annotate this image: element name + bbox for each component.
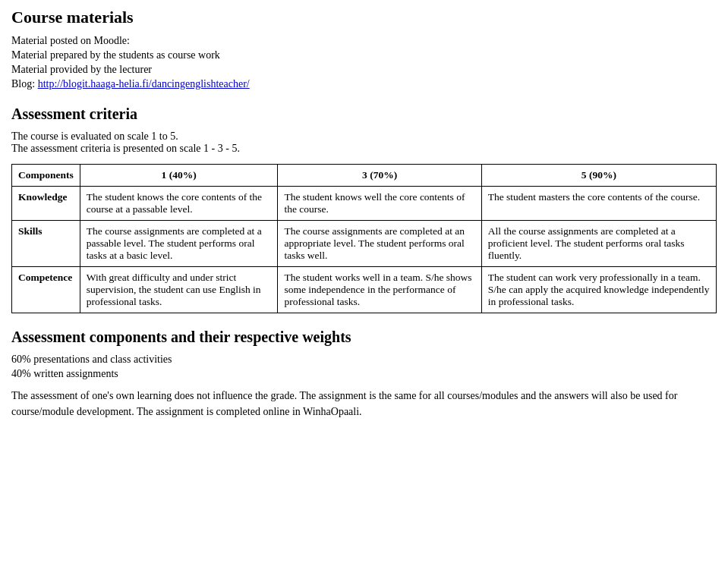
- row-col1-1: The course assignments are completed at …: [80, 221, 278, 267]
- assessment-intro: The course is evaluated on scale 1 to 5.…: [11, 130, 717, 155]
- assessment-intro-2: The assessment criteria is presented on …: [11, 143, 717, 155]
- row-col3-0: The student masters the core contents of…: [481, 187, 716, 221]
- row-label-knowledge: Knowledge: [12, 187, 80, 221]
- weights-section: 60% presentations and class activities 4…: [11, 354, 717, 420]
- blog-line: Blog: http://blogit.haaga-helia.fi/danci…: [11, 78, 717, 90]
- material-line-2: Material provided by the lecturer: [11, 64, 717, 76]
- page-title: Course materials: [11, 8, 717, 27]
- row-col2-2: The student works well in a team. S/he s…: [278, 267, 481, 313]
- weights-line-1: 60% presentations and class activities: [11, 354, 717, 366]
- assessment-intro-1: The course is evaluated on scale 1 to 5.: [11, 130, 717, 143]
- weights-heading: Assessment components and their respecti…: [11, 329, 717, 346]
- col-header-3: 3 (70%): [278, 165, 481, 187]
- col-header-1: 1 (40%): [80, 165, 278, 187]
- table-header-row: Components 1 (40%) 3 (70%) 5 (90%): [12, 165, 717, 187]
- col-header-components: Components: [12, 165, 80, 187]
- row-col1-2: With great difficulty and under strict s…: [80, 267, 278, 313]
- table-row: CompetenceWith great difficulty and unde…: [12, 267, 717, 313]
- weights-line-2: 40% written assignments: [11, 368, 717, 380]
- material-moodle: Material posted on Moodle:: [11, 35, 717, 47]
- row-label-competence: Competence: [12, 267, 80, 313]
- blog-link[interactable]: http://blogit.haaga-helia.fi/dancingengl…: [38, 78, 250, 90]
- row-col3-1: All the course assignments are completed…: [481, 221, 716, 267]
- row-label-skills: Skills: [12, 221, 80, 267]
- row-col2-0: The student knows well the core contents…: [278, 187, 481, 221]
- table-row: KnowledgeThe student knows the core cont…: [12, 187, 717, 221]
- weights-note: The assessment of one's own learning doe…: [11, 388, 717, 420]
- col-header-5: 5 (90%): [481, 165, 716, 187]
- material-line-1: Material prepared by the students as cou…: [11, 49, 717, 61]
- row-col1-0: The student knows the core contents of t…: [80, 187, 278, 221]
- material-section: Material posted on Moodle: Material prep…: [11, 35, 717, 90]
- table-row: SkillsThe course assignments are complet…: [12, 221, 717, 267]
- row-col3-2: The student can work very professionally…: [481, 267, 716, 313]
- row-col2-1: The course assignments are completed at …: [278, 221, 481, 267]
- assessment-criteria-heading: Assessment criteria: [11, 105, 717, 123]
- blog-label: Blog:: [11, 78, 38, 90]
- criteria-table: Components 1 (40%) 3 (70%) 5 (90%) Knowl…: [11, 164, 717, 313]
